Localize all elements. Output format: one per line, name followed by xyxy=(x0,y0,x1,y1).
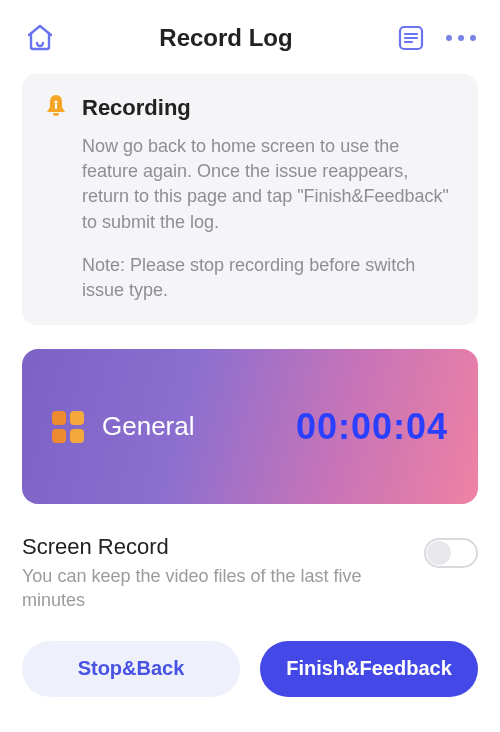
more-icon[interactable] xyxy=(446,35,476,41)
screen-record-description: You can keep the video files of the last… xyxy=(22,564,404,613)
stop-back-button[interactable]: Stop&Back xyxy=(22,641,240,697)
screen-record-row: Screen Record You can keep the video fil… xyxy=(22,534,478,613)
button-row: Stop&Back Finish&Feedback xyxy=(0,641,500,697)
finish-feedback-button[interactable]: Finish&Feedback xyxy=(260,641,478,697)
svg-point-4 xyxy=(54,100,57,103)
bell-alert-icon xyxy=(42,92,70,124)
svg-rect-5 xyxy=(55,104,57,109)
list-icon[interactable] xyxy=(396,23,426,53)
recording-info-card: Recording Now go back to home screen to … xyxy=(22,74,478,325)
screen-record-toggle[interactable] xyxy=(424,538,478,568)
recording-category: General xyxy=(102,411,195,442)
info-note-text: Note: Please stop recording before switc… xyxy=(82,253,458,303)
toggle-knob xyxy=(427,541,451,565)
home-icon[interactable] xyxy=(24,22,56,54)
recording-status-card: General 00:00:04 xyxy=(22,349,478,504)
header: Record Log xyxy=(0,0,500,74)
screen-record-title: Screen Record xyxy=(22,534,404,560)
recording-timer: 00:00:04 xyxy=(296,406,448,448)
category-grid-icon xyxy=(52,411,84,443)
info-heading: Recording xyxy=(82,95,191,121)
page-title: Record Log xyxy=(159,24,292,52)
info-body-text: Now go back to home screen to use the fe… xyxy=(82,134,458,235)
